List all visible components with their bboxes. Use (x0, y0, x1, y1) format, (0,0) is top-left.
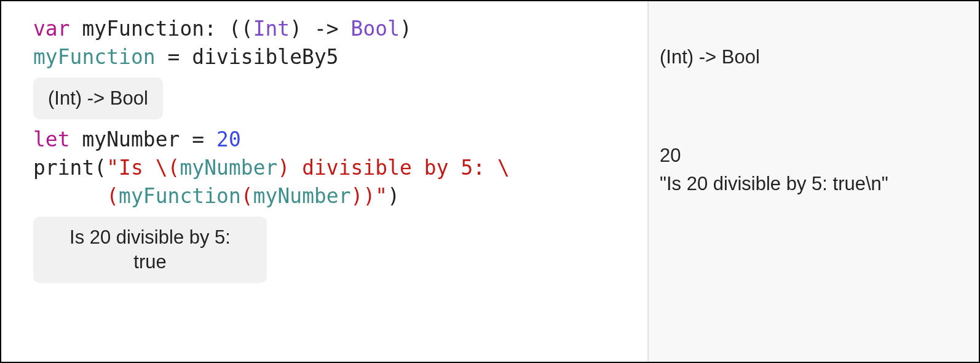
code-line-3[interactable]: let myNumber = 20 (33, 126, 635, 154)
string-literal: ( (106, 184, 119, 208)
code-line-4b[interactable]: (myFunction(myNumber))") (33, 182, 635, 210)
identifier-myfunction: myFunction (33, 45, 156, 69)
result-spacer (660, 71, 966, 142)
inline-result-bubble[interactable]: Is 20 divisible by 5: true (33, 217, 267, 283)
code-line-2[interactable]: myFunction = divisibleBy5 (33, 43, 635, 71)
identifier-print: print (33, 156, 94, 180)
indent (33, 184, 106, 208)
string-literal: ) divisible by 5: \ (277, 156, 510, 180)
code-text: ) -> (290, 17, 350, 41)
interpolation-id: myFunction (119, 184, 241, 208)
interpolation-id: myNumber (180, 156, 277, 180)
identifier-divisibleby5: divisibleBy5 (192, 45, 338, 69)
result-line[interactable]: 20 (660, 142, 966, 170)
editor-pane[interactable]: var myFunction: ((Int) -> Bool) myFuncti… (1, 1, 648, 362)
string-literal: ) (363, 184, 375, 208)
keyword-var: var (33, 17, 70, 41)
string-literal: ) (351, 184, 363, 208)
type-bool: Bool (351, 17, 400, 41)
keyword-let: let (33, 127, 70, 151)
result-line[interactable]: "Is 20 divisible by 5: true\n" (660, 170, 966, 198)
inline-result-bubble[interactable]: (Int) -> Bool (33, 78, 163, 119)
interpolation-id: myNumber (253, 184, 351, 208)
code-text: myNumber = (70, 127, 216, 151)
code-line-1[interactable]: var myFunction: ((Int) -> Bool) (33, 15, 635, 43)
results-pane: (Int) -> Bool 20 "Is 20 divisible by 5: … (648, 1, 979, 362)
string-literal: "Is \( (106, 156, 180, 180)
number-literal: 20 (216, 127, 241, 151)
string-literal: " (375, 184, 387, 208)
code-line-4a[interactable]: print("Is \(myNumber) divisible by 5: \ (33, 154, 635, 182)
code-text: = (156, 45, 192, 69)
code-text: myFunction: (( (70, 17, 253, 41)
string-literal: ( (241, 184, 253, 208)
playground-frame: var myFunction: ((Int) -> Bool) myFuncti… (0, 0, 980, 363)
result-line-empty (660, 15, 966, 43)
paren: ) (387, 184, 400, 208)
paren: ( (94, 156, 106, 180)
result-line[interactable]: (Int) -> Bool (660, 43, 966, 71)
code-text: ) (400, 17, 412, 41)
type-int: Int (253, 17, 290, 41)
